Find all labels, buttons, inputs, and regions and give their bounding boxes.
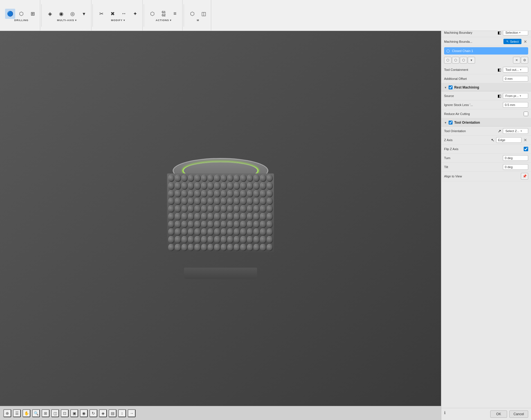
- actions-icon-1[interactable]: ⬡: [147, 9, 158, 19]
- bottom-icon-refresh[interactable]: ↻: [89, 409, 97, 417]
- dimple: [240, 228, 246, 236]
- dimple: [227, 198, 233, 205]
- chain-item-label: Closed Chain 1: [452, 49, 473, 53]
- bottom-icon-nav[interactable]: ☰: [13, 409, 21, 417]
- dimple: [201, 198, 207, 205]
- tool-orientation-content: Tool Orientation ↗ Select Z... ▾ Z Axis …: [441, 127, 531, 181]
- toolbar-section-modify: ✂ ✖ ↔ ✦ MODIFY ▾: [94, 0, 143, 31]
- bottom-icon-hand[interactable]: ✋: [22, 409, 30, 417]
- dimple: [181, 182, 188, 189]
- bottom-icon-move[interactable]: ⊕: [3, 409, 11, 417]
- dimple: [234, 213, 240, 220]
- dimple: [227, 213, 233, 220]
- machining-bounda-label: Machining Bounda...: [444, 40, 503, 43]
- drilling-icon-3[interactable]: ⊞: [28, 9, 38, 19]
- chain-ctrl-add[interactable]: ⬡: [444, 57, 451, 64]
- modify-icon-2[interactable]: ✖: [107, 9, 118, 19]
- rest-machining-checkbox[interactable]: [449, 85, 453, 89]
- dimple: [175, 190, 181, 197]
- toolbar-section-multiaxis: ◈ ◉ ◎ ▾ MULTI-AXIS ▾: [43, 0, 91, 31]
- multiaxis-dropdown[interactable]: ▾: [79, 9, 89, 19]
- drilling-icon-2[interactable]: ⬡: [16, 9, 26, 19]
- tool-orientation-checkbox[interactable]: [449, 121, 453, 125]
- multiaxis-icon-3[interactable]: ◎: [68, 9, 78, 19]
- dimple: [234, 205, 240, 213]
- modify-icon-1[interactable]: ✂: [96, 9, 106, 19]
- m-icon-1[interactable]: ⬡: [187, 9, 197, 19]
- ignore-stock-input[interactable]: [503, 102, 528, 108]
- bottom-icon-arrow[interactable]: →: [128, 409, 136, 417]
- modify-icon-4[interactable]: ✦: [130, 9, 140, 19]
- dimple: [188, 228, 194, 236]
- bottom-icon-display[interactable]: ◫: [51, 409, 59, 417]
- dimple: [194, 221, 201, 228]
- bottom-icon-view[interactable]: ▣: [70, 409, 78, 417]
- dimple: [214, 228, 220, 236]
- dimple: [221, 244, 227, 251]
- divider-3: [144, 4, 144, 27]
- flip-z-row: Flip Z Axis: [441, 144, 531, 153]
- actions-icon-3[interactable]: ≡: [170, 9, 180, 19]
- bottom-icon-snap[interactable]: ◈: [99, 409, 107, 417]
- bottom-icon-layers[interactable]: ▤: [109, 409, 116, 417]
- align-view-btn[interactable]: 📌: [521, 173, 528, 180]
- tool-orient-label: Tool Orientation: [444, 129, 498, 133]
- chain-ctrl-more[interactable]: ▾: [468, 57, 475, 64]
- tilt-input[interactable]: [503, 164, 528, 170]
- reduce-air-label: Reduce Air Cutting: [444, 112, 524, 116]
- reduce-air-checkbox[interactable]: [524, 112, 528, 116]
- bottom-icon-rotate[interactable]: ◉: [80, 409, 88, 417]
- turn-input[interactable]: [503, 155, 528, 161]
- dimple: [260, 236, 266, 243]
- machining-bounda-close[interactable]: ✕: [523, 39, 528, 44]
- dimple: [214, 182, 220, 189]
- chain-ctrl-flip[interactable]: ⬡: [460, 57, 467, 64]
- z-axis-close[interactable]: ✕: [523, 137, 528, 143]
- modify-icon-3[interactable]: ↔: [119, 9, 129, 19]
- tool-orientation-section-header[interactable]: ▼ Tool Orientation: [441, 118, 531, 127]
- bottom-icon-select[interactable]: ⊞: [42, 409, 50, 417]
- bottom-icon-grid[interactable]: ⊡: [61, 409, 69, 417]
- dimple: [181, 244, 188, 251]
- chain-controls: ⬡ ⬡ ⬡ ▾ ✕ ⚙: [441, 56, 531, 65]
- divider-4: [184, 4, 184, 27]
- dimple: [253, 236, 260, 243]
- m-icon-2[interactable]: ◫: [199, 9, 209, 19]
- tool-orient-dropdown[interactable]: Select Z... ▾: [503, 128, 528, 134]
- drilling-icon-1[interactable]: 🔵: [5, 9, 15, 19]
- ok-button[interactable]: OK: [490, 410, 507, 418]
- dimple: [168, 198, 174, 205]
- chain-ctrl-remove[interactable]: ⬡: [452, 57, 459, 64]
- multiaxis-icon-1[interactable]: ◈: [45, 9, 55, 19]
- flip-z-checkbox[interactable]: [524, 147, 528, 151]
- bottom-icon-zoom[interactable]: 🔍: [32, 409, 40, 417]
- dimple: [221, 190, 227, 197]
- chain-ctrl-delete[interactable]: ✕: [513, 57, 520, 64]
- rest-machining-section-header[interactable]: ▼ Rest Machining: [441, 83, 531, 91]
- additional-offset-value: [503, 76, 528, 82]
- actions-icon-g1g2[interactable]: G1G2: [159, 9, 169, 19]
- chain-item-1[interactable]: ⬡ Closed Chain 1: [444, 47, 528, 55]
- cursor-icon: ↖: [506, 40, 509, 43]
- select-button[interactable]: ↖ Select: [503, 39, 521, 44]
- dimple: [260, 190, 266, 197]
- additional-offset-input[interactable]: [503, 76, 528, 82]
- cancel-button[interactable]: Cancel: [509, 410, 528, 418]
- dimple-grid: [167, 173, 274, 252]
- dimple: [188, 175, 194, 182]
- source-dropdown[interactable]: From pr... ▾: [503, 93, 528, 99]
- dimple: [240, 182, 246, 189]
- chain-ctrl-settings[interactable]: ⚙: [521, 57, 528, 64]
- multiaxis-icon-2[interactable]: ◉: [56, 9, 66, 19]
- actions-label: ACTIONS ▾: [156, 19, 172, 22]
- source-value: ◧ From pr... ▾: [498, 93, 528, 99]
- align-view-row: Align to View 📌: [441, 171, 531, 181]
- dimple: [240, 205, 246, 213]
- dimple: [201, 228, 207, 236]
- tool-containment-dropdown[interactable]: Tool out... ▾: [503, 67, 528, 73]
- dimple: [214, 205, 220, 213]
- reduce-air-row: Reduce Air Cutting: [441, 109, 531, 118]
- dimple: [253, 221, 260, 228]
- dimple: [168, 236, 174, 243]
- bottom-icon-height[interactable]: ↕: [118, 409, 126, 417]
